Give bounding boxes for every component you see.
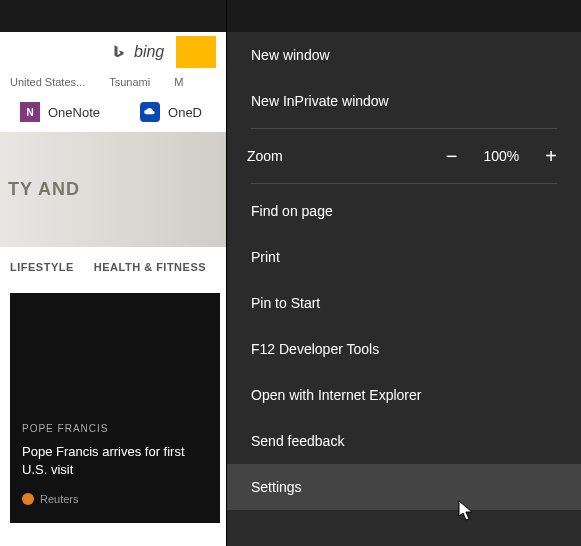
- zoom-label: Zoom: [247, 148, 283, 164]
- hero-text: TY AND: [8, 179, 80, 200]
- menu-find[interactable]: Find on page: [227, 188, 581, 234]
- category-lifestyle[interactable]: LIFESTYLE: [10, 261, 74, 273]
- news-headline: Pope Francis arrives for first U.S. visi…: [22, 443, 202, 479]
- menu-new-inprivate[interactable]: New InPrivate window: [227, 78, 581, 124]
- news-source: Reuters: [22, 493, 79, 505]
- menu-settings[interactable]: Settings: [227, 464, 581, 510]
- menu-open-ie[interactable]: Open with Internet Explorer: [227, 372, 581, 418]
- menu-devtools[interactable]: F12 Developer Tools: [227, 326, 581, 372]
- trending-item[interactable]: M: [174, 76, 183, 88]
- cursor-icon: [458, 500, 476, 522]
- favorite-onenote[interactable]: N OneNote: [20, 102, 100, 122]
- zoom-value: 100%: [484, 148, 520, 164]
- menu-titlebar-gap: [227, 0, 581, 32]
- search-input[interactable]: [176, 36, 216, 68]
- trending-item[interactable]: United States...: [10, 76, 85, 88]
- favorite-label: OneNote: [48, 105, 100, 120]
- bing-label: bing: [134, 43, 164, 61]
- category-health[interactable]: HEALTH & FITNESS: [94, 261, 206, 273]
- menu-new-window[interactable]: New window: [227, 32, 581, 78]
- favorite-label: OneD: [168, 105, 202, 120]
- onedrive-icon: [140, 102, 160, 122]
- more-menu: New window New InPrivate window Zoom − 1…: [226, 0, 581, 546]
- zoom-out-button[interactable]: −: [442, 145, 462, 168]
- menu-pin[interactable]: Pin to Start: [227, 280, 581, 326]
- favorite-onedrive[interactable]: OneD: [140, 102, 202, 122]
- news-tag: POPE FRANCIS: [22, 423, 108, 434]
- trending-item[interactable]: Tsunami: [109, 76, 150, 88]
- zoom-in-button[interactable]: +: [541, 145, 561, 168]
- menu-zoom: Zoom − 100% +: [227, 133, 581, 179]
- menu-feedback[interactable]: Send feedback: [227, 418, 581, 464]
- onenote-icon: N: [20, 102, 40, 122]
- bing-logo[interactable]: bing: [110, 43, 164, 61]
- menu-separator: [251, 183, 557, 184]
- menu-print[interactable]: Print: [227, 234, 581, 280]
- news-tile[interactable]: POPE FRANCIS Pope Francis arrives for fi…: [10, 293, 220, 523]
- menu-separator: [251, 128, 557, 129]
